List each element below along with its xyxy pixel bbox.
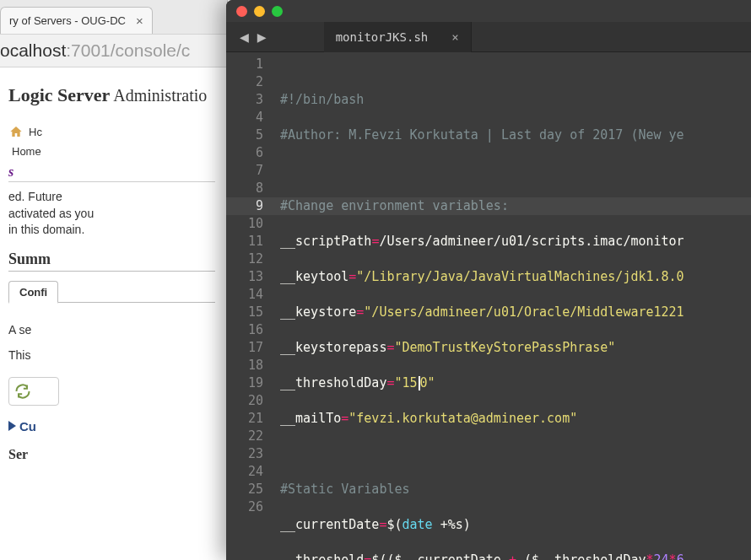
triangle-right-icon (8, 421, 16, 431)
category-row[interactable]: Cu (8, 419, 215, 433)
editor-tab[interactable]: monitorJKS.sh × (324, 22, 472, 52)
window-minimize-icon[interactable] (254, 6, 265, 17)
refresh-toolbar[interactable] (8, 377, 59, 406)
editor-tab-title: monitorJKS.sh (336, 30, 429, 44)
summary-heading: Summ (8, 250, 215, 272)
summary-tabs: Confi (8, 280, 215, 303)
page-title-bold: Logic Server (8, 84, 110, 105)
section-heading: Ser (8, 447, 215, 462)
tab-config[interactable]: Confi (8, 281, 58, 304)
editor-tab-close-icon[interactable]: × (451, 30, 458, 44)
panel-body: ed. Future activated as you in this doma… (8, 189, 215, 239)
category-label: Cu (19, 419, 36, 433)
browser-tab[interactable]: ry of Servers - OUG-DC × (0, 7, 153, 34)
code-content[interactable]: #!/bin/bash #Author: M.Fevzi Korkutata |… (273, 52, 751, 560)
desc-line1: A se (8, 323, 215, 337)
window-close-icon[interactable] (236, 6, 247, 17)
titlebar[interactable] (226, 0, 751, 22)
code-area[interactable]: 1234567891011121314151617181920212223242… (226, 52, 751, 560)
editor-window: ◀ ▶ monitorJKS.sh × 12345678910111213141… (226, 0, 751, 560)
address-text: ocalhost:7001/console/c (0, 40, 190, 61)
browser-tabbar: ry of Servers - OUG-DC × (0, 0, 227, 34)
browser-window: ry of Servers - OUG-DC × ocalhost:7001/c… (0, 0, 228, 560)
address-bar[interactable]: ocalhost:7001/console/c (0, 34, 227, 67)
breadcrumb: Hc (8, 125, 215, 138)
refresh-icon[interactable] (14, 383, 31, 400)
home-icon (8, 125, 24, 138)
page-title-row: Logic Server Administratio (8, 84, 215, 106)
panel-heading: s (8, 164, 215, 182)
desc-line2: This (8, 348, 215, 362)
window-zoom-icon[interactable] (272, 6, 283, 17)
close-tab-icon[interactable]: × (136, 13, 143, 28)
nav-back-icon[interactable]: ◀ (240, 28, 249, 46)
line-gutter: 1234567891011121314151617181920212223242… (226, 52, 273, 560)
breadcrumb-sub[interactable]: Home (8, 145, 215, 158)
nav-forward-icon[interactable]: ▶ (257, 28, 267, 46)
breadcrumb-home[interactable]: Hc (29, 126, 42, 138)
description: A se This (8, 323, 215, 362)
page-title-rest: Administratio (110, 86, 207, 105)
browser-tab-title: ry of Servers - OUG-DC (9, 14, 126, 27)
editor-toolbar: ◀ ▶ monitorJKS.sh × (226, 22, 751, 52)
page-content: Logic Server Administratio Hc Home s ed.… (0, 67, 227, 462)
